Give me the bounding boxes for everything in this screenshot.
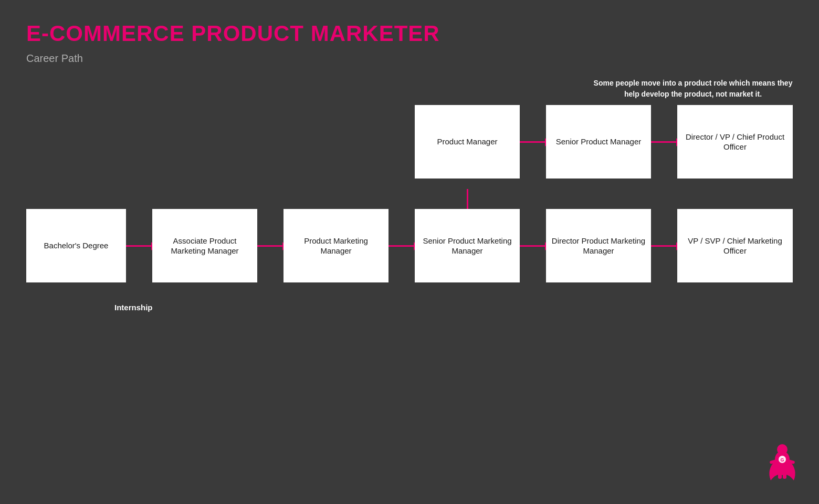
card-bachelors: Bachelor's Degree: [26, 209, 126, 282]
arrow-spmm-to-dpmm: [520, 245, 546, 247]
card-senior-pm: Senior Product Manager: [546, 105, 651, 178]
card-associate-pmm-label: Associate Product Marketing Manager: [158, 236, 252, 256]
card-pmm: Product Marketing Manager: [284, 209, 388, 282]
card-senior-pm-label: Senior Product Manager: [556, 136, 642, 147]
card-pmm-label: Product Marketing Manager: [289, 236, 383, 256]
connector-pm-to-spmm: [467, 189, 468, 209]
arrow-bachelors-to-apmm: [126, 245, 152, 247]
card-director-vp-cpo-label: Director / VP / Chief Product Officer: [682, 132, 788, 152]
arrow-pm-to-spm: [520, 141, 546, 143]
arrow-apmm-to-pmm: [257, 245, 284, 247]
svg-point-1: [777, 444, 788, 455]
svg-text:G: G: [780, 457, 784, 463]
card-senior-pmm: Senior Product Marketing Manager: [415, 209, 520, 282]
card-director-pmm-label: Director Product Marketing Manager: [551, 236, 646, 256]
svg-rect-2: [778, 467, 782, 479]
card-bachelors-label: Bachelor's Degree: [44, 240, 109, 251]
card-director-pmm: Director Product Marketing Manager: [546, 209, 651, 282]
card-senior-pmm-label: Senior Product Marketing Manager: [420, 236, 514, 256]
internship-label: Internship: [114, 303, 153, 312]
hero-icon: G: [761, 441, 803, 488]
arrow-spm-to-cpo: [651, 141, 677, 143]
note-text: Some people move into a product role whi…: [593, 78, 793, 100]
card-vp-cmo-label: VP / SVP / Chief Marketing Officer: [682, 236, 788, 256]
arrow-pmm-to-spmm: [388, 245, 415, 247]
card-product-manager-label: Product Manager: [437, 136, 497, 147]
arrow-dpmm-to-vp: [651, 245, 677, 247]
card-director-vp-cpo: Director / VP / Chief Product Officer: [677, 105, 793, 178]
card-vp-cmo: VP / SVP / Chief Marketing Officer: [677, 209, 793, 282]
card-product-manager: Product Manager: [415, 105, 520, 178]
page-subtitle: Career Path: [26, 52, 83, 65]
card-associate-pmm: Associate Product Marketing Manager: [152, 209, 257, 282]
svg-rect-3: [783, 467, 786, 479]
page-title: E-COMMERCE PRODUCT MARKETER: [26, 21, 440, 46]
